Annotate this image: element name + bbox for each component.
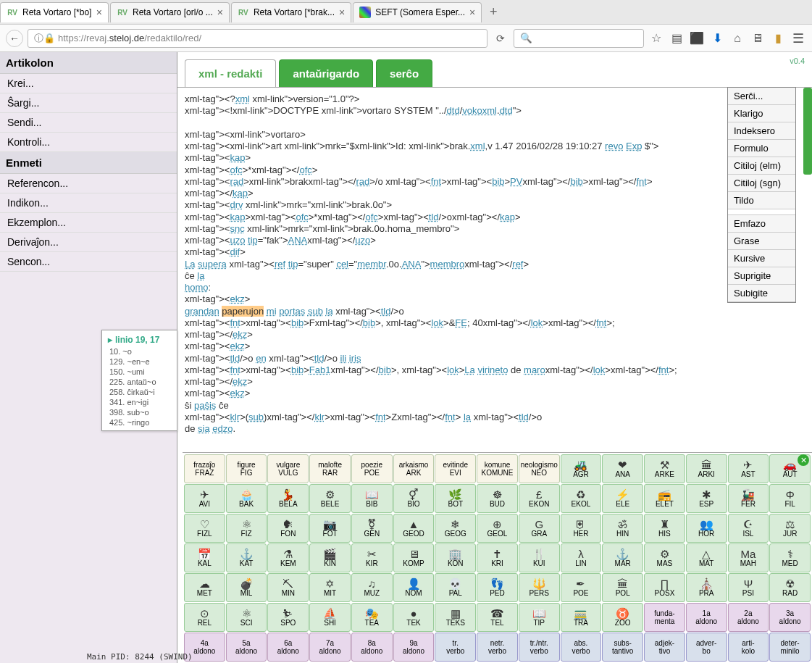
- sidebar-item[interactable]: Sencon...: [0, 252, 177, 272]
- category-cell[interactable]: komuneKOMUNE: [477, 454, 518, 483]
- category-cell[interactable]: ⊙REL: [184, 603, 225, 632]
- category-cell[interactable]: ❤ANA: [602, 454, 643, 483]
- category-cell[interactable]: 🏢KON: [435, 543, 476, 572]
- category-cell[interactable]: ▲GEOD: [393, 514, 435, 543]
- browser-tab[interactable]: SEFT (Somera Esper...×: [353, 2, 482, 22]
- category-cell[interactable]: ☁MET: [184, 573, 225, 602]
- category-cell[interactable]: ⊕GEOL: [477, 514, 518, 543]
- category-cell[interactable]: tr.verbo: [435, 633, 476, 662]
- url-input[interactable]: ⓘ 🔒 https://revaj.steloj.de/redaktilo/re…: [28, 29, 487, 48]
- scrollbar-thumb[interactable]: [803, 88, 812, 175]
- category-cell[interactable]: neologismoNEO: [519, 454, 560, 483]
- browser-tab[interactable]: RVReta Vortaro [orl/o ...×: [110, 2, 230, 22]
- category-cell[interactable]: ✒POE: [561, 573, 602, 602]
- editor-tab[interactable]: xml - redakti: [185, 59, 276, 88]
- toolbox-item[interactable]: Citiloj (elm): [728, 157, 795, 175]
- category-cell[interactable]: 🌿BOT: [435, 484, 476, 513]
- lineinfo-item[interactable]: 341. en~igi: [105, 397, 174, 407]
- toolbox-item[interactable]: Emfazo: [728, 215, 795, 233]
- toolbox-item[interactable]: Indeksero: [728, 122, 795, 140]
- category-cell[interactable]: 📖TIP: [519, 603, 560, 632]
- category-cell[interactable]: ●TEK: [393, 603, 435, 632]
- category-cell[interactable]: 📖BIB: [351, 484, 393, 513]
- tab-close-icon[interactable]: ×: [339, 7, 345, 18]
- category-cell[interactable]: 👥HOR: [686, 514, 727, 543]
- category-cell[interactable]: 7aaldono: [309, 633, 351, 662]
- category-cell[interactable]: ⚙MAS: [644, 543, 685, 572]
- category-cell[interactable]: 2aaldono: [728, 603, 769, 632]
- category-cell[interactable]: 👣PED: [477, 573, 518, 602]
- category-cell[interactable]: ⚕MED: [769, 543, 811, 572]
- category-cell[interactable]: ΦFIL: [769, 484, 811, 513]
- category-cell[interactable]: 8aaldono: [351, 633, 393, 662]
- sidebar-item[interactable]: Indikon...: [0, 193, 177, 213]
- reload-button[interactable]: ⟳: [492, 33, 509, 44]
- category-cell[interactable]: adver-bo: [686, 633, 727, 662]
- category-cell[interactable]: 🎭TEA: [351, 603, 393, 632]
- category-cell[interactable]: arti-kolo: [728, 633, 769, 662]
- browser-search[interactable]: [514, 29, 644, 48]
- pocket-icon[interactable]: ⬛: [689, 30, 705, 46]
- category-cell[interactable]: frazaĵoFRAZ: [184, 454, 225, 483]
- category-cell[interactable]: 5aaldono: [226, 633, 267, 662]
- category-cell[interactable]: 👤NOM: [393, 573, 435, 602]
- category-cell[interactable]: 💃BELA: [267, 484, 309, 513]
- category-cell[interactable]: ⚓KAT: [226, 543, 267, 572]
- home-icon[interactable]: ⌂: [729, 30, 745, 46]
- toolbox-item[interactable]: Subigite: [728, 285, 795, 302]
- category-cell[interactable]: ⚡ELE: [602, 484, 643, 513]
- category-cell[interactable]: ⚛FIZ: [226, 514, 267, 543]
- category-cell[interactable]: ♉ZOO: [602, 603, 643, 632]
- toolbox-item[interactable]: Kursive: [728, 250, 795, 267]
- toolbox-item[interactable]: Citiloj (sgn): [728, 175, 795, 192]
- category-cell[interactable]: ✈AST: [728, 454, 769, 483]
- category-cell[interactable]: 9aaldono: [393, 633, 435, 662]
- category-cell[interactable]: £EKON: [519, 484, 560, 513]
- toolbox-item[interactable]: Tildo: [728, 192, 795, 209]
- category-cell[interactable]: ⚛SCI: [226, 603, 267, 632]
- lineinfo-item[interactable]: 398. sub~o: [105, 407, 174, 417]
- category-cell[interactable]: ✝KRI: [477, 543, 518, 572]
- category-cell[interactable]: ☎TEL: [477, 603, 518, 632]
- toolbox-item[interactable]: Formulo: [728, 140, 795, 157]
- category-cell[interactable]: 🍴KUI: [519, 543, 560, 572]
- category-cell[interactable]: tr./ntr.verbo: [519, 633, 560, 662]
- category-cell[interactable]: 1aaldono: [686, 603, 727, 632]
- sidebar-item[interactable]: Kontroli...: [0, 133, 177, 152]
- category-cell[interactable]: 🚂FER: [728, 484, 769, 513]
- category-cell[interactable]: ✈AVI: [184, 484, 225, 513]
- category-cell[interactable]: 🏛ARKI: [686, 454, 727, 483]
- sidebar-item[interactable]: Krei...: [0, 74, 177, 93]
- category-cell[interactable]: 🎬KIN: [309, 543, 351, 572]
- back-button[interactable]: ←: [6, 30, 23, 47]
- category-cell[interactable]: ⚖JUR: [769, 514, 811, 543]
- sidebar-item[interactable]: Referencon...: [0, 174, 177, 193]
- category-cell[interactable]: adjek-tivo: [644, 633, 685, 662]
- category-cell[interactable]: λLIN: [561, 543, 602, 572]
- lineinfo-item[interactable]: 10. ~o: [105, 346, 174, 356]
- category-cell[interactable]: deter-minilo: [769, 633, 811, 662]
- editor-tab[interactable]: antaŭrigardo: [279, 59, 373, 88]
- toolbox-item[interactable]: Klarigo: [728, 105, 795, 122]
- category-cell[interactable]: malofteRAR: [309, 454, 351, 483]
- category-cell[interactable]: ⛷SPO: [267, 603, 309, 632]
- category-cell[interactable]: ❄GEOG: [435, 514, 476, 543]
- category-cell[interactable]: △MAT: [686, 543, 727, 572]
- lineinfo-item[interactable]: 129. ~en~e: [105, 356, 174, 367]
- category-cell[interactable]: 🧁BAK: [226, 484, 267, 513]
- lineinfo-item[interactable]: 225. antaŭ~o: [105, 377, 174, 387]
- lineinfo-item[interactable]: 150. ~umi: [105, 367, 174, 377]
- category-cell[interactable]: ⛪PRA: [686, 573, 727, 602]
- category-cell[interactable]: 💀PAL: [435, 573, 476, 602]
- category-cell[interactable]: abs.verbo: [561, 633, 602, 662]
- category-cell[interactable]: ⚓MAR: [602, 543, 643, 572]
- sidebar-item[interactable]: Ŝargi...: [0, 93, 177, 113]
- category-cell[interactable]: GGRA: [519, 514, 560, 543]
- sidebar-item[interactable]: Derivaĵon...: [0, 233, 177, 252]
- category-cell[interactable]: ⚗KEM: [267, 543, 309, 572]
- category-cell[interactable]: 📷FOT: [309, 514, 351, 543]
- category-cell[interactable]: subs-tantivo: [602, 633, 643, 662]
- download-icon[interactable]: ⬇: [709, 30, 725, 46]
- category-cell[interactable]: evitindeEVI: [435, 454, 476, 483]
- category-cell[interactable]: ⚙BELE: [309, 484, 351, 513]
